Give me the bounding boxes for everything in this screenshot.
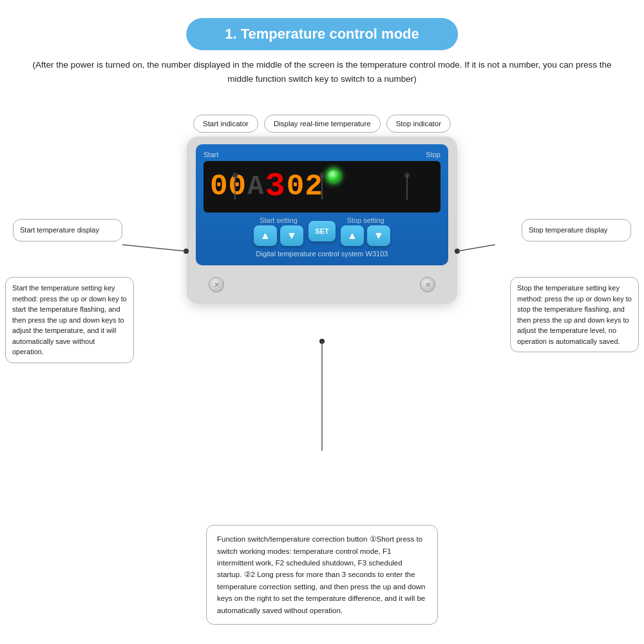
screw-right: ✕	[420, 277, 435, 292]
start-temp-display-label: Start temperature display	[20, 226, 99, 234]
stop-setting-desc-text: Stop the temperature setting key method:…	[517, 284, 632, 345]
stop-setting-section: Stop setting ▲ ▼	[341, 216, 390, 246]
stop-label: Stop	[426, 151, 440, 158]
start-down-button[interactable]: ▼	[280, 225, 303, 246]
display-realtime-bubble: Display real-time temperature	[264, 115, 381, 133]
device-footer: Digital temperature control system W3103	[204, 250, 440, 258]
stop-temp-display-bubble: Stop temperature display	[522, 219, 631, 242]
function-switch-bubble: Function switch/temperature correction b…	[206, 525, 438, 625]
start-setting-label: Start setting	[260, 216, 298, 224]
svg-point-10	[319, 339, 325, 344]
stop-up-button[interactable]: ▲	[341, 225, 364, 246]
display-panel: Start Stop 0 0 A 3 0	[196, 144, 448, 265]
device-outer-shell: Start Stop 0 0 A 3 0	[187, 137, 457, 304]
stop-btn-row: ▲ ▼	[341, 225, 390, 246]
top-annotations: Start indicator Display real-time temper…	[187, 115, 457, 133]
stop-temp-display-label: Stop temperature display	[529, 226, 607, 234]
control-row: Start setting ▲ ▼ SET Stop setting ▲ ▼	[204, 216, 440, 246]
start-setting-desc-bubble: Start the temperature setting key method…	[5, 277, 134, 363]
stop-setting-desc-bubble: Stop the temperature setting key method:…	[510, 277, 639, 352]
stop-indicator-bubble: Stop indicator	[386, 115, 451, 133]
function-switch-text: Function switch/temperature correction b…	[217, 535, 425, 614]
start-setting-section: Start setting ▲ ▼	[254, 216, 303, 246]
left-digit-group: 0 0	[210, 172, 245, 202]
stop-setting-label: Stop setting	[346, 216, 384, 224]
start-up-button[interactable]: ▲	[254, 225, 277, 246]
right-digit-group: 0 2	[287, 172, 321, 202]
display-screen: 0 0 A 3 0 2	[204, 161, 440, 213]
device-container: Start indicator Display real-time temper…	[187, 115, 457, 304]
left-digit-1: 0	[229, 172, 245, 202]
svg-line-9	[457, 245, 495, 251]
stop-down-button[interactable]: ▼	[367, 225, 390, 246]
screw-left: ✕	[209, 277, 224, 292]
green-led	[328, 170, 339, 182]
right-digit-0: 0	[287, 172, 303, 202]
right-digit-1: 2	[305, 172, 321, 202]
subtitle-text: (After the power is turned on, the numbe…	[26, 58, 618, 86]
temp-digit: 3	[265, 170, 283, 204]
svg-line-7	[122, 245, 186, 251]
screws-row: ✕ ✕	[196, 272, 448, 292]
middle-digit-a: A	[247, 173, 262, 200]
start-temp-display-bubble: Start temperature display	[13, 219, 122, 242]
start-setting-desc-text: Start the temperature setting key method…	[12, 284, 127, 355]
set-button[interactable]: SET	[308, 221, 336, 242]
start-label: Start	[204, 151, 218, 158]
temp-digit-group: 3	[265, 170, 283, 204]
start-btn-row: ▲ ▼	[254, 225, 303, 246]
middle-digit-group: A	[247, 173, 262, 200]
display-labels-row: Start Stop	[204, 151, 440, 158]
left-digit-0: 0	[210, 172, 227, 202]
page-title: 1. Temperature control mode	[186, 18, 458, 50]
start-indicator-bubble: Start indicator	[193, 115, 258, 133]
